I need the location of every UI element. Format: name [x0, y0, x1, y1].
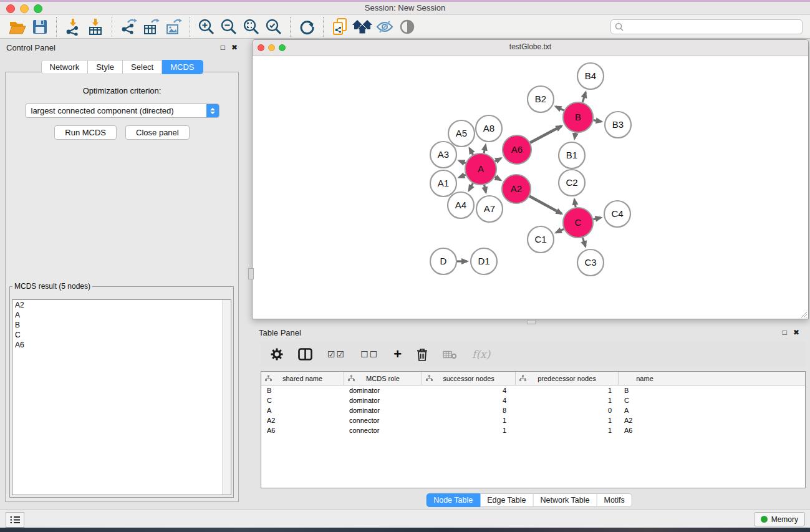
criterion-dropdown[interactable]: largest connected component (directed): [25, 104, 219, 118]
table-cell[interactable]: 8: [422, 407, 515, 414]
export-image-icon[interactable]: [162, 17, 185, 37]
graph-edge-C-C2[interactable]: [574, 200, 576, 208]
graph-edge-C-C4[interactable]: [593, 218, 600, 220]
table-cell[interactable]: 4: [422, 397, 515, 404]
tab-network-table[interactable]: Network Table: [534, 493, 597, 507]
graph-edge-A2-C[interactable]: [529, 196, 562, 213]
table-row[interactable]: A2connector11A2: [261, 415, 805, 425]
clone-network-icon[interactable]: [329, 17, 351, 37]
task-history-button[interactable]: [6, 512, 24, 528]
import-network-icon[interactable]: [62, 17, 84, 37]
run-mcds-button[interactable]: Run MCDS: [54, 125, 117, 140]
table-cell[interactable]: A: [261, 407, 344, 414]
table-cell[interactable]: 1: [515, 397, 618, 404]
add-column-icon[interactable]: +: [393, 349, 402, 360]
export-table-icon[interactable]: [140, 17, 162, 37]
graph-edge-B-B1[interactable]: [574, 133, 576, 139]
mcds-result-item[interactable]: A: [12, 310, 231, 320]
table-cell[interactable]: B: [618, 387, 671, 394]
search-input[interactable]: [626, 22, 798, 32]
close-panel-button[interactable]: Close panel: [125, 125, 190, 140]
home-layout-icon[interactable]: [351, 17, 374, 37]
table-row[interactable]: A6connector11A6: [261, 425, 805, 435]
zoom-in-icon[interactable]: [195, 17, 218, 37]
table-cell[interactable]: 0: [515, 407, 618, 414]
table-cell[interactable]: 1: [515, 417, 618, 424]
table-cell[interactable]: 4: [422, 387, 515, 394]
resize-grip-icon[interactable]: [799, 309, 808, 318]
table-cell[interactable]: C: [618, 397, 671, 404]
delete-column-icon[interactable]: [417, 348, 428, 361]
mcds-result-item[interactable]: A6: [12, 340, 231, 350]
mcds-result-item[interactable]: A2: [12, 300, 231, 310]
tab-select[interactable]: Select: [123, 60, 162, 74]
column-header-predecessor-nodes[interactable]: predecessor nodes: [515, 372, 618, 385]
graph-edge-A-A6[interactable]: [495, 158, 501, 162]
table-row[interactable]: Bdominator41B: [261, 385, 805, 395]
scrollbar-thumb[interactable]: [527, 320, 536, 324]
table-cell[interactable]: 1: [515, 387, 618, 394]
zoom-selected-icon[interactable]: [263, 17, 285, 37]
tab-mcds[interactable]: MCDS: [162, 60, 203, 74]
graph-edge-A-A3[interactable]: [459, 161, 466, 163]
scrollbar-thumb[interactable]: [248, 268, 254, 279]
graph-edge-A-A5[interactable]: [470, 148, 473, 155]
close-panel-icon[interactable]: ✖: [793, 328, 799, 337]
memory-button[interactable]: Memory: [754, 512, 805, 526]
import-table-icon[interactable]: [84, 17, 107, 37]
graph-edge-A-A2[interactable]: [495, 177, 501, 180]
table-cell[interactable]: A: [618, 407, 671, 414]
zoom-fit-icon[interactable]: [240, 17, 263, 37]
show-columns-icon[interactable]: [298, 348, 312, 360]
tab-style[interactable]: Style: [88, 60, 123, 74]
table-cell[interactable]: 1: [515, 427, 618, 434]
graph-edge-A-A1[interactable]: [459, 175, 466, 177]
graph-edge-A-A7[interactable]: [485, 185, 486, 192]
network-window-titlebar[interactable]: testGlobe.txt: [253, 40, 808, 56]
graph-edge-A6-B[interactable]: [530, 126, 561, 143]
graph-edge-A-A8[interactable]: [484, 145, 486, 153]
show-all-icon[interactable]: [396, 17, 418, 37]
float-panel-icon[interactable]: □: [783, 328, 787, 337]
column-header-successor-nodes[interactable]: successor nodes: [422, 372, 515, 385]
table-cell[interactable]: dominator: [344, 387, 422, 394]
hide-selected-icon[interactable]: [374, 17, 396, 37]
column-header-shared-name[interactable]: shared name: [261, 372, 344, 385]
table-cell[interactable]: 1: [422, 427, 515, 434]
deselect-all-icon[interactable]: ☐☐: [360, 349, 378, 359]
graph-edge-B-B4[interactable]: [582, 92, 586, 102]
table-cell[interactable]: A2: [618, 417, 671, 424]
graph-edge-C-C1[interactable]: [556, 229, 564, 233]
open-session-icon[interactable]: [6, 17, 29, 37]
graph-edge-A-A4[interactable]: [469, 183, 473, 191]
graph-edge-C-C3[interactable]: [582, 238, 585, 246]
table-cell[interactable]: B: [261, 387, 344, 394]
save-session-icon[interactable]: [29, 17, 51, 37]
table-cell[interactable]: A2: [261, 417, 344, 424]
select-all-icon[interactable]: ☑☑: [327, 349, 345, 359]
scrollbar-track[interactable]: [222, 300, 231, 495]
table-cell[interactable]: connector: [344, 427, 422, 434]
float-panel-icon[interactable]: □: [221, 43, 225, 52]
zoom-out-icon[interactable]: [218, 17, 240, 37]
table-cell[interactable]: A6: [261, 427, 344, 434]
table-cell[interactable]: A6: [618, 427, 671, 434]
table-cell[interactable]: C: [261, 397, 344, 404]
table-cell[interactable]: connector: [344, 417, 422, 424]
table-cell[interactable]: dominator: [344, 407, 422, 414]
column-header-MCDS-role[interactable]: MCDS role: [344, 372, 422, 385]
table-settings-icon[interactable]: [271, 348, 283, 360]
tab-edge-table[interactable]: Edge Table: [480, 493, 533, 507]
mcds-result-item[interactable]: C: [12, 330, 231, 340]
tab-node-table[interactable]: Node Table: [426, 493, 480, 507]
close-panel-icon[interactable]: ✖: [231, 43, 238, 52]
export-network-icon[interactable]: [117, 17, 140, 37]
tab-network[interactable]: Network: [41, 60, 88, 74]
table-row[interactable]: Cdominator41C: [261, 395, 805, 405]
table-row[interactable]: Adominator80A: [261, 405, 805, 415]
column-header-name[interactable]: name: [618, 372, 671, 385]
graph-edge-B-B3[interactable]: [594, 120, 602, 122]
refresh-icon[interactable]: [296, 17, 318, 37]
network-canvas[interactable]: B4B2BB3A8A5A6A3B1AC2A1A2A4A7C4CC1C3DD1: [253, 56, 808, 319]
dropdown-stepper-icon[interactable]: [206, 104, 219, 117]
